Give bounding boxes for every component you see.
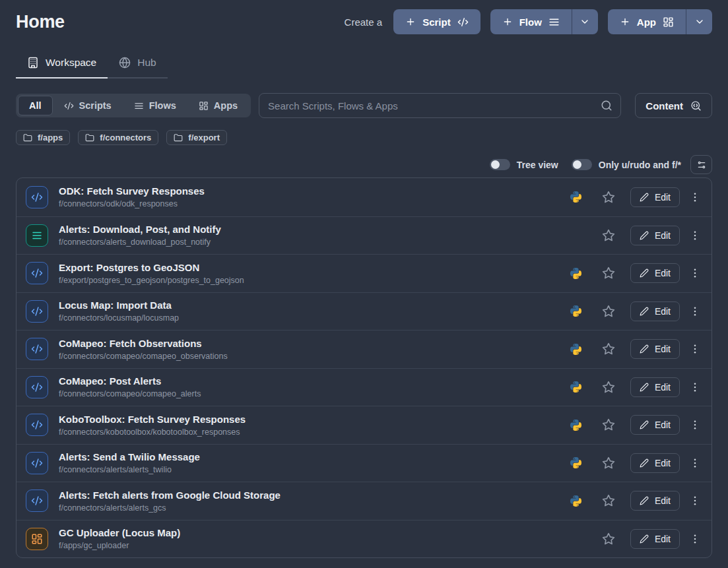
create-flow-dropdown-button[interactable] — [572, 9, 598, 34]
pencil-icon — [640, 534, 649, 544]
kebab-menu-icon — [689, 533, 701, 545]
item-title: KoboToolbox: Fetch Survey Responses — [59, 414, 246, 425]
tree-view-label: Tree view — [517, 160, 558, 170]
app-grid-icon — [31, 533, 43, 545]
display-settings-button[interactable] — [690, 155, 712, 174]
python-badge — [570, 305, 581, 317]
item-title: Locus Map: Import Data — [59, 300, 179, 311]
list-item[interactable]: ODK: Fetch Survey Responses f/connectors… — [17, 178, 711, 216]
item-actions: Edit — [570, 415, 702, 435]
edit-button[interactable]: Edit — [630, 491, 680, 511]
item-path: f/connectors/comapeo/comapeo_observation… — [59, 352, 228, 361]
more-options-button[interactable] — [688, 230, 702, 241]
item-actions: Edit — [570, 187, 702, 207]
more-options-button[interactable] — [688, 191, 702, 203]
kebab-menu-icon — [689, 267, 701, 279]
folder-chip-export[interactable]: f/export — [166, 130, 227, 145]
favorite-star-button[interactable] — [602, 229, 615, 242]
list-item[interactable]: Alerts: Send a Twilio Message f/connecto… — [17, 444, 711, 482]
item-actions: Edit — [570, 226, 702, 245]
pencil-icon — [640, 383, 649, 392]
more-options-button[interactable] — [688, 533, 702, 545]
item-title: Alerts: Download, Post, and Notify — [59, 224, 221, 235]
plus-icon — [620, 16, 630, 27]
item-actions: Edit — [570, 453, 702, 473]
list-item[interactable]: Alerts: Fetch alerts from Google Cloud S… — [17, 482, 711, 520]
favorite-star-button[interactable] — [602, 267, 615, 280]
more-options-button[interactable] — [688, 495, 702, 507]
tree-view-toggle[interactable] — [490, 159, 510, 170]
star-icon — [602, 305, 615, 318]
tab-workspace[interactable]: Workspace — [16, 57, 108, 77]
favorite-star-button[interactable] — [602, 342, 615, 356]
filter-flows[interactable]: Flows — [123, 96, 187, 115]
folder-chip-connectors[interactable]: f/connectors — [78, 130, 158, 145]
list-item[interactable]: CoMapeo: Fetch Observations f/connectors… — [17, 330, 711, 368]
more-options-button[interactable] — [688, 457, 702, 469]
edit-button[interactable]: Edit — [630, 529, 680, 549]
folder-chip-apps[interactable]: f/apps — [16, 130, 70, 145]
favorite-star-button[interactable] — [602, 494, 615, 507]
edit-button[interactable]: Edit — [630, 415, 680, 435]
item-title: Alerts: Send a Twilio Message — [59, 451, 200, 462]
item-type-icon — [26, 186, 48, 208]
list-item[interactable]: Alerts: Download, Post, and Notify f/con… — [17, 216, 711, 255]
python-badge — [570, 495, 581, 507]
list-item[interactable]: Export: Postgres to GeoJSON f/export/pos… — [17, 254, 711, 292]
item-type-icon — [26, 262, 48, 284]
item-type-icon — [26, 338, 48, 360]
create-app-button[interactable]: App — [608, 9, 686, 34]
tab-hub[interactable]: Hub — [108, 57, 167, 77]
edit-button[interactable]: Edit — [630, 301, 680, 321]
create-script-split: Script — [393, 9, 480, 34]
list-item[interactable]: GC Uploader (Locus Map) f/apps/gc_upload… — [17, 520, 711, 558]
chevron-down-icon — [579, 16, 590, 27]
edit-button[interactable]: Edit — [630, 263, 680, 283]
view-options-row: Tree view Only u/rudo and f/* — [16, 155, 712, 174]
folder-icon — [174, 133, 183, 142]
edit-button[interactable]: Edit — [630, 377, 680, 397]
list-item[interactable]: CoMapeo: Post Alerts f/connectors/comape… — [17, 368, 711, 406]
list-item[interactable]: KoboToolbox: Fetch Survey Responses f/co… — [17, 406, 711, 444]
favorite-star-button[interactable] — [602, 381, 615, 394]
content-search-button[interactable]: Content — [635, 93, 712, 118]
item-path: f/connectors/alerts/alerts_twilio — [59, 465, 200, 474]
favorite-star-button[interactable] — [602, 532, 615, 546]
globe-icon — [119, 57, 131, 69]
list-item[interactable]: Locus Map: Import Data f/connectors/locu… — [17, 292, 711, 331]
more-options-button[interactable] — [688, 381, 702, 393]
owner-filter-toggle[interactable] — [572, 159, 592, 170]
favorite-star-button[interactable] — [602, 305, 615, 318]
more-options-button[interactable] — [688, 419, 702, 431]
filter-apps-label: Apps — [214, 100, 238, 111]
more-options-button[interactable] — [688, 343, 702, 355]
more-options-button[interactable] — [688, 305, 702, 317]
edit-button[interactable]: Edit — [630, 339, 680, 359]
item-actions: Edit — [570, 339, 702, 359]
filter-apps[interactable]: Apps — [187, 96, 249, 115]
create-script-button[interactable]: Script — [393, 9, 480, 34]
edit-button[interactable]: Edit — [630, 187, 680, 207]
filter-all[interactable]: All — [18, 96, 53, 115]
script-code-icon — [31, 495, 43, 507]
more-options-button[interactable] — [688, 267, 702, 279]
favorite-star-button[interactable] — [602, 457, 615, 470]
edit-button[interactable]: Edit — [630, 226, 680, 245]
favorite-star-button[interactable] — [602, 418, 615, 431]
search-input[interactable] — [259, 93, 621, 118]
filter-scripts[interactable]: Scripts — [53, 96, 123, 115]
folder-icon — [85, 133, 94, 142]
pencil-icon — [640, 458, 649, 468]
item-type-icon — [26, 489, 48, 512]
create-flow-button[interactable]: Flow — [490, 9, 572, 34]
script-code-icon — [31, 381, 43, 393]
edit-button-label: Edit — [655, 268, 671, 278]
item-text: Locus Map: Import Data f/connectors/locu… — [59, 300, 179, 323]
pencil-icon — [640, 496, 649, 505]
edit-button[interactable]: Edit — [630, 453, 680, 473]
favorite-star-button[interactable] — [602, 191, 615, 204]
folder-icon — [23, 133, 32, 142]
filter-flows-label: Flows — [149, 100, 176, 111]
flow-lines-icon — [134, 101, 144, 111]
create-app-dropdown-button[interactable] — [686, 9, 712, 34]
